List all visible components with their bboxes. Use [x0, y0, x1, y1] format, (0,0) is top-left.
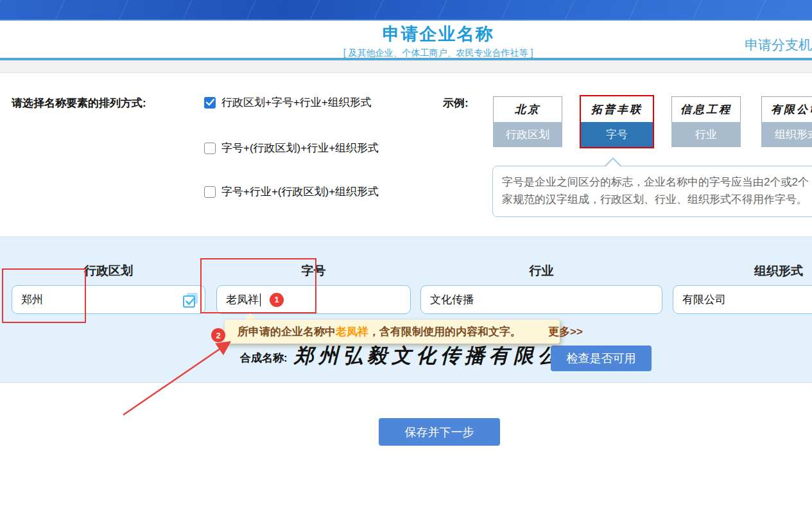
tooltip-line-2: 家规范的汉字组成，行政区划、行业、组织形式不得用作字号。 [493, 191, 812, 208]
field-label-industry: 行业 [420, 263, 662, 279]
checkbox-unchecked-icon[interactable] [204, 186, 216, 198]
example-name: 信息工程 [671, 96, 741, 122]
example-name: 有限公司 [761, 96, 812, 122]
warning-text-prefix: 所申请的企业名称中 [238, 324, 336, 339]
warning-tooltip: 所申请的企业名称中老凤祥，含有限制使用的内容和文字。 更多>> [225, 320, 560, 344]
region-input-value: 郑州 [21, 292, 43, 307]
industry-input-value: 文化传播 [430, 292, 474, 307]
example-box-industry: 信息工程 行业 [671, 96, 741, 147]
arrangement-option-2[interactable]: 字号+(行政区划)+行业+组织形式 [204, 141, 379, 155]
section-strip [0, 60, 812, 73]
text-cursor [260, 294, 261, 306]
annotation-badge-2: 2 [211, 328, 225, 342]
example-category: 组织形式 [761, 122, 812, 147]
trade-name-input-value: 老凤祥 [226, 292, 259, 307]
region-input[interactable]: 郑州 [12, 285, 205, 314]
annotation-badge-1: 1 [270, 293, 284, 307]
warning-tooltip-arrow [244, 313, 257, 320]
industry-input[interactable]: 文化传播 [420, 285, 662, 314]
composed-name-label: 合成名称: [240, 351, 288, 365]
page-header: 申请企业名称 [ 及其他企业、个体工商户、农民专业合作社等 ] [64, 19, 812, 58]
warning-text-highlight: 老凤祥 [336, 324, 368, 339]
page-title: 申请企业名称 [64, 22, 812, 46]
org-form-input-value: 有限公司 [682, 292, 726, 307]
tooltip-arrow-inner [606, 159, 620, 166]
warning-more-link[interactable]: 更多>> [548, 324, 583, 339]
example-category: 行业 [671, 122, 741, 147]
example-box-region: 北京 行政区划 [493, 96, 562, 147]
field-label-org-form: 组织形式 [673, 263, 812, 279]
checkbox-unchecked-icon[interactable] [204, 143, 216, 154]
field-label-trade-name: 字号 [216, 263, 411, 279]
trade-name-input[interactable]: 老凤祥 1 [216, 285, 411, 314]
example-box-org-form: 有限公司 组织形式 [761, 96, 812, 147]
example-category: 字号 [581, 122, 653, 147]
arrangement-option-label: 行政区划+字号+行业+组织形式 [221, 95, 372, 110]
arrangement-label: 请选择名称要素的排列方式: [12, 96, 146, 110]
example-name: 拓普丰联 [581, 96, 653, 122]
arrangement-option-1[interactable]: 行政区划+字号+行业+组织形式 [204, 95, 372, 110]
example-name: 北京 [493, 96, 562, 122]
save-next-button[interactable]: 保存并下一步 [379, 418, 500, 446]
tooltip-line-1: 字号是企业之间区分的标志，企业名称中的字号应当由2个或2个 [493, 166, 812, 191]
example-label: 示例: [443, 96, 469, 110]
top-banner [0, 0, 812, 21]
example-box-trade-name: 拓普丰联 字号 [580, 95, 654, 148]
arrangement-option-label: 字号+行业+(行政区划)+组织形式 [221, 184, 379, 199]
branch-application-link[interactable]: 申请分支机 [745, 36, 812, 54]
org-form-input[interactable]: 有限公司 [673, 285, 812, 314]
arrangement-option-label: 字号+(行政区划)+行业+组织形式 [221, 141, 379, 155]
example-category: 行政区划 [493, 122, 562, 147]
field-label-region: 行政区划 [12, 263, 205, 279]
warning-text-suffix: ，含有限制使用的内容和文字。 [368, 324, 521, 339]
arrangement-option-3[interactable]: 字号+行业+(行政区划)+组织形式 [204, 184, 379, 199]
composed-name-value: 郑州弘毅文化传播有限公司 [294, 342, 587, 369]
example-tooltip: 字号是企业之间区分的标志，企业名称中的字号应当由2个或2个 家规范的汉字组成，行… [492, 166, 812, 217]
select-region-icon[interactable] [182, 292, 199, 308]
check-availability-button[interactable]: 检查是否可用 [551, 346, 652, 371]
checkbox-checked-icon[interactable] [204, 97, 216, 109]
application-page: 申请企业名称 [ 及其他企业、个体工商户、农民专业合作社等 ] 申请分支机 请选… [0, 0, 812, 517]
